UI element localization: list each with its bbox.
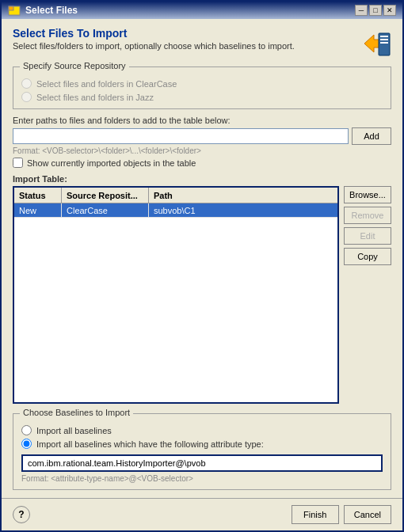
help-button[interactable]: ? [13,506,30,523]
jazz-label: Select files and folders in Jazz [36,93,154,102]
title-bar-title: Select Files [8,4,78,17]
cancel-button[interactable]: Cancel [344,505,391,524]
col-status: Status [14,188,62,203]
window-icon [8,4,21,17]
paths-input[interactable] [13,128,349,144]
finish-button[interactable]: Finish [292,505,339,524]
all-baselines-label: Import all baselines [36,426,112,435]
attribute-baselines-radio[interactable] [21,439,32,449]
table-row[interactable]: New ClearCase subvob\C1 [14,203,337,218]
browse-button[interactable]: Browse... [344,186,391,203]
jazz-radio-row: Select files and folders in Jazz [21,92,383,102]
attribute-baselines-row: Import all baselines which have the foll… [21,439,383,449]
table-header: Status Source Reposit... Path [14,188,337,203]
svg-rect-6 [380,42,388,44]
cell-status: New [14,203,62,217]
baselines-legend: Choose Baselines to Import [20,408,133,417]
baselines-format: Format: <attribute-type-name>@<VOB-selec… [21,474,383,483]
paths-label: Enter paths to files and folders to add … [13,116,391,125]
show-imported-row: Show currently imported objects in the t… [13,158,391,168]
all-baselines-row: Import all baselines [21,425,383,435]
main-window: Select Files ─ □ ✕ Select Files To Impor… [0,0,404,532]
source-repository-section: Specify Source Repository Select files a… [13,66,391,109]
page-subtitle: Select files/folders to import, optional… [13,41,295,51]
paths-input-row: Add [13,127,391,145]
title-bar: Select Files ─ □ ✕ [2,2,402,19]
clearcase-radio-row: Select files and folders in ClearCase [21,78,383,89]
close-button[interactable]: ✕ [383,5,396,16]
show-imported-label: Show currently imported objects in the t… [27,158,196,168]
col-path: Path [149,188,337,203]
import-table-label: Import Table: [13,174,391,184]
clearcase-radio[interactable] [21,78,32,89]
source-repository-legend: Specify Source Repository [20,61,129,70]
table-area: Status Source Reposit... Path New ClearC… [13,186,391,404]
jazz-radio[interactable] [21,92,32,102]
remove-button[interactable]: Remove [344,207,391,224]
edit-button[interactable]: Edit [344,227,391,245]
table-body: New ClearCase subvob\C1 [14,203,337,218]
attribute-baselines-label: Import all baselines which have the foll… [36,439,264,449]
svg-rect-1 [9,6,13,10]
clearcase-label: Select files and folders in ClearCase [36,79,177,89]
paths-section: Enter paths to files and folders to add … [13,116,391,168]
table-buttons: Browse... Remove Edit Copy [344,186,391,404]
col-source: Source Reposit... [62,188,149,203]
import-icon [350,27,391,60]
minimize-button[interactable]: ─ [355,5,368,16]
svg-rect-4 [380,36,388,37]
page-title: Select Files To Import [13,27,295,40]
attribute-input[interactable] [21,454,383,472]
header-area: Select Files To Import Select files/fold… [13,27,391,60]
paths-format: Format: <VOB-selector>\<folder>\...\<fol… [13,146,391,155]
maximize-button[interactable]: □ [369,5,382,16]
import-table: Status Source Reposit... Path New ClearC… [13,186,339,404]
dialog-content: Select Files To Import Select files/fold… [2,19,402,498]
svg-rect-5 [380,39,388,40]
add-button[interactable]: Add [352,127,391,145]
import-table-section: Import Table: Status Source Reposit... P… [13,174,391,404]
footer: ? Finish Cancel [2,498,402,530]
header-icon-area [350,27,391,60]
copy-button[interactable]: Copy [344,248,391,265]
footer-buttons: Finish Cancel [292,505,391,524]
title-bar-buttons: ─ □ ✕ [355,5,396,16]
baselines-section: Choose Baselines to Import Import all ba… [13,413,391,490]
show-imported-checkbox[interactable] [13,158,23,168]
cell-path: subvob\C1 [149,203,337,217]
window-title: Select Files [25,5,78,16]
cell-source: ClearCase [62,203,149,217]
all-baselines-radio[interactable] [21,425,32,435]
header-text: Select Files To Import Select files/fold… [13,27,295,51]
